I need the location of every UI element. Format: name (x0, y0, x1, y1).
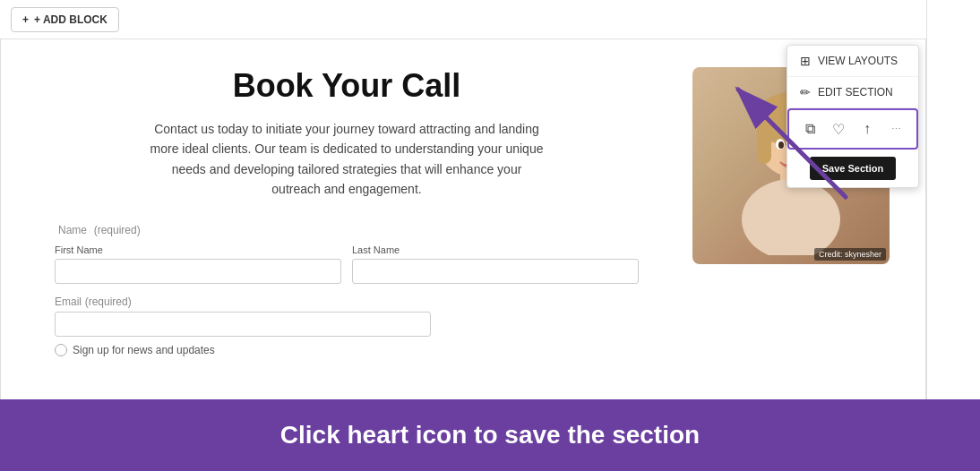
name-label-group: Name (required) (55, 221, 639, 237)
icon-action-row: ⧉ ♡ ↑ ⋯ (787, 108, 918, 150)
email-label: Email (required) (55, 295, 639, 308)
pencil-icon: ✏ (800, 85, 811, 99)
edit-section-row[interactable]: ✏ EDIT SECTION (787, 77, 918, 108)
copy-icon-button[interactable]: ⧉ (796, 116, 823, 142)
email-input[interactable] (55, 312, 431, 337)
last-name-label: Last Name (352, 244, 639, 255)
move-up-icon-button[interactable]: ↑ (854, 116, 881, 142)
bottom-banner: Click heart icon to save the section (0, 399, 980, 471)
name-label: Name (required) (55, 223, 141, 236)
view-layouts-label: VIEW LAYOUTS (818, 55, 898, 67)
section-description: Contact us today to initiate your journe… (150, 119, 544, 200)
checkbox-input[interactable] (55, 344, 67, 356)
last-name-input[interactable] (352, 259, 639, 284)
email-row: Email (required) (55, 295, 639, 337)
name-row: First Name Last Name (55, 244, 639, 284)
svg-point-5 (742, 179, 840, 255)
heart-icon-button[interactable]: ♡ (825, 116, 852, 142)
toolbar-popup: ⊞ VIEW LAYOUTS ✏ EDIT SECTION ⧉ ♡ ↑ ⋯ Sa… (787, 45, 919, 188)
layout-icon: ⊞ (800, 54, 811, 68)
svg-rect-2 (757, 119, 771, 164)
more-icon-button[interactable]: ⋯ (882, 116, 909, 142)
checkbox-label: Sign up for news and updates (73, 344, 215, 356)
checkbox-row: Sign up for news and updates (55, 344, 639, 356)
add-block-button[interactable]: + + ADD BLOCK (11, 7, 119, 32)
left-content: Book Your Call Contact us today to initi… (37, 67, 657, 356)
top-bar: + + ADD BLOCK (0, 0, 980, 39)
banner-text: Click heart icon to save the section (280, 421, 700, 450)
svg-point-8 (778, 141, 784, 149)
add-block-label: + ADD BLOCK (34, 13, 107, 26)
edit-section-label: EDIT SECTION (818, 86, 893, 98)
view-layouts-row[interactable]: ⊞ VIEW LAYOUTS (787, 46, 918, 77)
save-section-button[interactable]: Save Section (810, 157, 896, 180)
plus-icon: + (22, 13, 29, 26)
first-name-col: First Name (55, 244, 341, 284)
image-credit: Credit: skynesher (814, 248, 886, 261)
save-section-area: Save Section (787, 150, 918, 187)
first-name-input[interactable] (55, 259, 341, 284)
section-title: Book Your Call (37, 67, 657, 105)
first-name-label: First Name (55, 244, 341, 255)
form-area: Name (required) First Name Last Name (37, 221, 657, 356)
last-name-col: Last Name (352, 244, 639, 284)
